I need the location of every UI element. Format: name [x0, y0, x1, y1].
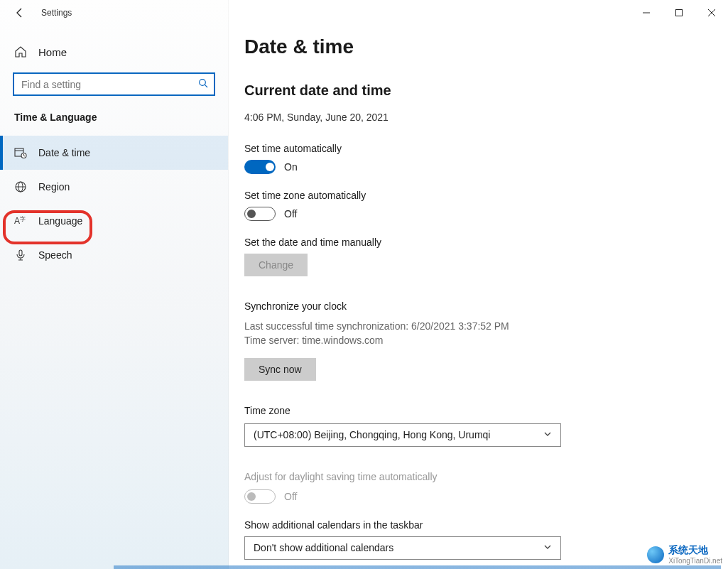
- chevron-down-icon: [543, 542, 552, 553]
- sidebar-item-date-time[interactable]: Date & time: [0, 136, 228, 170]
- set-time-auto-label: Set time automatically: [244, 143, 700, 154]
- svg-text:字: 字: [20, 216, 26, 222]
- svg-text:A: A: [14, 216, 20, 226]
- globe-icon: [14, 180, 27, 193]
- home-label: Home: [38, 46, 67, 58]
- time-server-text: Time server: time.windows.com: [244, 333, 700, 347]
- watermark-logo-icon: [647, 546, 664, 563]
- sync-now-button[interactable]: Sync now: [244, 358, 316, 381]
- timezone-value: (UTC+08:00) Beijing, Chongqing, Hong Kon…: [254, 429, 490, 440]
- page-title: Date & time: [244, 36, 700, 58]
- sidebar-item-language[interactable]: A字 Language: [0, 204, 228, 238]
- sidebar-item-label: Region: [38, 181, 70, 193]
- chevron-down-icon: [543, 429, 552, 440]
- current-datetime-value: 4:06 PM, Sunday, June 20, 2021: [244, 112, 700, 123]
- home-icon: [14, 45, 27, 58]
- titlebar: Settings: [0, 0, 728, 26]
- sidebar-item-region[interactable]: Region: [0, 170, 228, 204]
- daylight-toggle: [244, 489, 276, 504]
- calendar-clock-icon: [14, 146, 27, 159]
- close-button[interactable]: [695, 1, 728, 24]
- microphone-icon: [14, 249, 27, 261]
- change-button: Change: [244, 254, 308, 276]
- sidebar-item-label: Language: [38, 215, 82, 227]
- current-section-heading: Current date and time: [244, 82, 700, 99]
- main-content: Date & time Current date and time 4:06 P…: [229, 0, 728, 569]
- svg-point-4: [200, 79, 206, 85]
- watermark-line2: XiTongTianDi.net: [668, 557, 722, 565]
- sidebar: Home Time & Language Date & time Region …: [0, 0, 229, 569]
- svg-line-5: [205, 85, 207, 87]
- set-time-auto-toggle[interactable]: [244, 160, 276, 174]
- watermark: 系统天地 XiTongTianDi.net: [647, 544, 722, 565]
- daylight-label: Adjust for daylight saving time automati…: [244, 471, 700, 482]
- sync-heading: Synchronize your clock: [244, 300, 700, 312]
- calendars-select[interactable]: Don't show additional calendars: [244, 536, 561, 560]
- search-input[interactable]: [13, 72, 215, 96]
- sidebar-item-speech[interactable]: Speech: [0, 238, 228, 272]
- back-button[interactable]: [13, 6, 27, 20]
- toggle-state-text: Off: [284, 491, 297, 502]
- sidebar-section-title: Time & Language: [0, 112, 228, 136]
- language-icon: A字: [14, 215, 27, 227]
- watermark-line1: 系统天地: [668, 544, 722, 557]
- calendars-value: Don't show additional calendars: [254, 542, 393, 553]
- svg-rect-16: [19, 250, 22, 256]
- window-title: Settings: [41, 8, 72, 18]
- last-sync-text: Last successful time synchronization: 6/…: [244, 319, 700, 333]
- timezone-label: Time zone: [244, 405, 700, 416]
- minimize-button[interactable]: [630, 1, 663, 24]
- home-nav-item[interactable]: Home: [0, 38, 228, 72]
- manual-label: Set the date and time manually: [244, 237, 700, 248]
- search-icon: [198, 78, 208, 91]
- timezone-select[interactable]: (UTC+08:00) Beijing, Chongqing, Hong Kon…: [244, 423, 561, 447]
- maximize-button[interactable]: [663, 1, 695, 24]
- calendars-label: Show additional calendars in the taskbar: [244, 519, 700, 531]
- svg-rect-1: [676, 10, 683, 16]
- set-tz-auto-label: Set time zone automatically: [244, 190, 700, 201]
- sidebar-item-label: Speech: [38, 249, 72, 261]
- toggle-state-text: On: [284, 161, 298, 173]
- sidebar-item-label: Date & time: [38, 147, 90, 158]
- set-tz-auto-toggle[interactable]: [244, 207, 276, 221]
- toggle-state-text: Off: [284, 208, 297, 220]
- scrollbar-bottom[interactable]: [114, 565, 721, 569]
